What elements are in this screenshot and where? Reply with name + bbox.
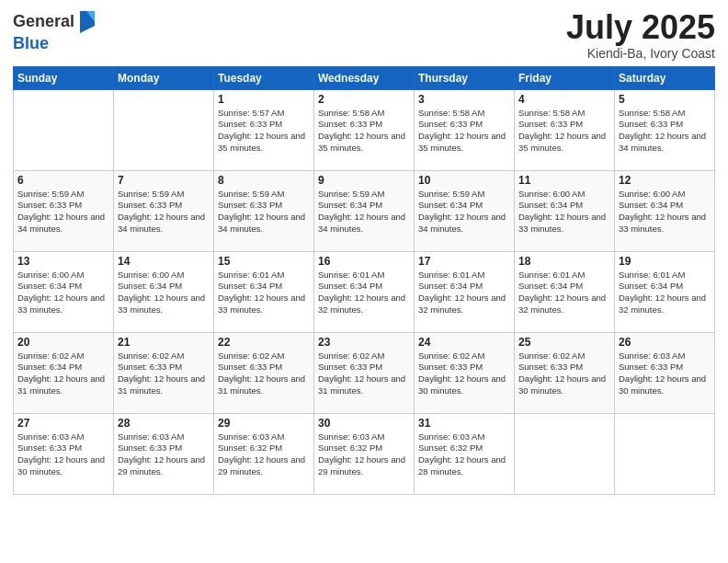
- day-info: Sunrise: 5:59 AM Sunset: 6:33 PM Dayligh…: [17, 189, 109, 236]
- calendar-cell: 22Sunrise: 6:02 AM Sunset: 6:33 PM Dayli…: [214, 332, 314, 413]
- day-number: 11: [518, 174, 610, 187]
- day-number: 5: [619, 93, 711, 106]
- calendar-week-row: 27Sunrise: 6:03 AM Sunset: 6:33 PM Dayli…: [14, 413, 715, 494]
- day-info: Sunrise: 5:59 AM Sunset: 6:34 PM Dayligh…: [318, 189, 410, 236]
- day-info: Sunrise: 5:59 AM Sunset: 6:34 PM Dayligh…: [418, 189, 510, 236]
- day-info: Sunrise: 6:01 AM Sunset: 6:34 PM Dayligh…: [418, 270, 510, 316]
- calendar-cell: 28Sunrise: 6:03 AM Sunset: 6:33 PM Dayli…: [114, 413, 214, 494]
- calendar-week-row: 20Sunrise: 6:02 AM Sunset: 6:34 PM Dayli…: [14, 332, 715, 413]
- calendar-cell: 4Sunrise: 5:58 AM Sunset: 6:33 PM Daylig…: [515, 89, 615, 170]
- calendar-cell: 23Sunrise: 6:02 AM Sunset: 6:33 PM Dayli…: [314, 332, 415, 413]
- day-number: 19: [619, 255, 711, 268]
- logo: General Blue: [13, 9, 97, 53]
- day-info: Sunrise: 6:03 AM Sunset: 6:32 PM Dayligh…: [418, 431, 510, 478]
- calendar-cell: 15Sunrise: 6:01 AM Sunset: 6:34 PM Dayli…: [214, 251, 314, 332]
- calendar-week-row: 1Sunrise: 5:57 AM Sunset: 6:33 PM Daylig…: [14, 89, 715, 170]
- day-info: Sunrise: 6:01 AM Sunset: 6:34 PM Dayligh…: [518, 270, 610, 316]
- day-info: Sunrise: 6:02 AM Sunset: 6:34 PM Dayligh…: [17, 350, 109, 397]
- day-number: 2: [318, 93, 410, 106]
- day-info: Sunrise: 6:02 AM Sunset: 6:33 PM Dayligh…: [118, 350, 210, 397]
- day-info: Sunrise: 6:02 AM Sunset: 6:33 PM Dayligh…: [218, 350, 310, 397]
- calendar-cell: [615, 413, 715, 494]
- day-number: 17: [418, 255, 510, 268]
- day-info: Sunrise: 6:02 AM Sunset: 6:33 PM Dayligh…: [318, 350, 410, 397]
- day-info: Sunrise: 5:58 AM Sunset: 6:33 PM Dayligh…: [518, 108, 610, 155]
- calendar-cell: 21Sunrise: 6:02 AM Sunset: 6:33 PM Dayli…: [114, 332, 214, 413]
- day-number: 20: [17, 336, 109, 349]
- calendar-cell: 29Sunrise: 6:03 AM Sunset: 6:32 PM Dayli…: [214, 413, 314, 494]
- day-number: 29: [218, 417, 310, 430]
- calendar-cell: 10Sunrise: 5:59 AM Sunset: 6:34 PM Dayli…: [415, 170, 515, 251]
- calendar-cell: 5Sunrise: 5:58 AM Sunset: 6:33 PM Daylig…: [615, 89, 715, 170]
- calendar-cell: 8Sunrise: 5:59 AM Sunset: 6:33 PM Daylig…: [214, 170, 314, 251]
- calendar-cell: 20Sunrise: 6:02 AM Sunset: 6:34 PM Dayli…: [14, 332, 114, 413]
- day-number: 24: [418, 336, 510, 349]
- day-of-week-header: Monday: [114, 66, 214, 89]
- page: General Blue July 2025 Kiendi-Ba, Ivory …: [0, 0, 728, 563]
- day-number: 10: [418, 174, 510, 187]
- calendar-cell: 17Sunrise: 6:01 AM Sunset: 6:34 PM Dayli…: [415, 251, 515, 332]
- calendar-week-row: 13Sunrise: 6:00 AM Sunset: 6:34 PM Dayli…: [14, 251, 715, 332]
- calendar-cell: 11Sunrise: 6:00 AM Sunset: 6:34 PM Dayli…: [515, 170, 615, 251]
- calendar-cell: 18Sunrise: 6:01 AM Sunset: 6:34 PM Dayli…: [515, 251, 615, 332]
- day-info: Sunrise: 5:58 AM Sunset: 6:33 PM Dayligh…: [318, 108, 410, 155]
- day-info: Sunrise: 6:00 AM Sunset: 6:34 PM Dayligh…: [619, 189, 711, 236]
- day-number: 1: [218, 93, 310, 106]
- day-number: 12: [619, 174, 711, 187]
- calendar-cell: 9Sunrise: 5:59 AM Sunset: 6:34 PM Daylig…: [314, 170, 415, 251]
- day-number: 15: [218, 255, 310, 268]
- month-title: July 2025: [566, 9, 715, 46]
- day-info: Sunrise: 5:57 AM Sunset: 6:33 PM Dayligh…: [218, 108, 310, 155]
- day-info: Sunrise: 5:59 AM Sunset: 6:33 PM Dayligh…: [218, 189, 310, 236]
- day-of-week-header: Friday: [515, 66, 615, 89]
- logo-blue-text: Blue: [13, 35, 97, 53]
- calendar-cell: 1Sunrise: 5:57 AM Sunset: 6:33 PM Daylig…: [214, 89, 314, 170]
- day-number: 3: [418, 93, 510, 106]
- day-info: Sunrise: 6:01 AM Sunset: 6:34 PM Dayligh…: [318, 270, 410, 316]
- day-number: 6: [17, 174, 109, 187]
- calendar-cell: 3Sunrise: 5:58 AM Sunset: 6:33 PM Daylig…: [415, 89, 515, 170]
- day-info: Sunrise: 6:03 AM Sunset: 6:33 PM Dayligh…: [17, 431, 109, 478]
- day-number: 7: [118, 174, 210, 187]
- calendar-cell: 26Sunrise: 6:03 AM Sunset: 6:33 PM Dayli…: [615, 332, 715, 413]
- day-of-week-header: Wednesday: [314, 66, 415, 89]
- day-number: 23: [318, 336, 410, 349]
- calendar-cell: 30Sunrise: 6:03 AM Sunset: 6:32 PM Dayli…: [314, 413, 415, 494]
- day-number: 14: [118, 255, 210, 268]
- calendar-cell: 31Sunrise: 6:03 AM Sunset: 6:32 PM Dayli…: [415, 413, 515, 494]
- day-number: 4: [518, 93, 610, 106]
- calendar-cell: 7Sunrise: 5:59 AM Sunset: 6:33 PM Daylig…: [114, 170, 214, 251]
- day-info: Sunrise: 6:03 AM Sunset: 6:32 PM Dayligh…: [318, 431, 410, 478]
- day-number: 27: [17, 417, 109, 430]
- day-number: 13: [17, 255, 109, 268]
- day-of-week-header: Saturday: [615, 66, 715, 89]
- day-info: Sunrise: 5:58 AM Sunset: 6:33 PM Dayligh…: [619, 108, 711, 155]
- calendar-cell: 16Sunrise: 6:01 AM Sunset: 6:34 PM Dayli…: [314, 251, 415, 332]
- calendar-week-row: 6Sunrise: 5:59 AM Sunset: 6:33 PM Daylig…: [14, 170, 715, 251]
- day-info: Sunrise: 6:01 AM Sunset: 6:34 PM Dayligh…: [218, 270, 310, 316]
- day-of-week-header: Sunday: [14, 66, 114, 89]
- calendar-cell: 24Sunrise: 6:02 AM Sunset: 6:33 PM Dayli…: [415, 332, 515, 413]
- day-info: Sunrise: 6:03 AM Sunset: 6:33 PM Dayligh…: [118, 431, 210, 478]
- calendar-cell: 13Sunrise: 6:00 AM Sunset: 6:34 PM Dayli…: [14, 251, 114, 332]
- day-info: Sunrise: 6:03 AM Sunset: 6:33 PM Dayligh…: [619, 350, 711, 397]
- day-number: 26: [619, 336, 711, 349]
- day-number: 8: [218, 174, 310, 187]
- day-info: Sunrise: 6:03 AM Sunset: 6:32 PM Dayligh…: [218, 431, 310, 478]
- day-number: 25: [518, 336, 610, 349]
- calendar: SundayMondayTuesdayWednesdayThursdayFrid…: [13, 66, 715, 495]
- calendar-header-row: SundayMondayTuesdayWednesdayThursdayFrid…: [14, 66, 715, 89]
- calendar-cell: 27Sunrise: 6:03 AM Sunset: 6:33 PM Dayli…: [14, 413, 114, 494]
- day-info: Sunrise: 6:00 AM Sunset: 6:34 PM Dayligh…: [518, 189, 610, 236]
- calendar-cell: 14Sunrise: 6:00 AM Sunset: 6:34 PM Dayli…: [114, 251, 214, 332]
- calendar-cell: 2Sunrise: 5:58 AM Sunset: 6:33 PM Daylig…: [314, 89, 415, 170]
- calendar-cell: [14, 89, 114, 170]
- day-number: 31: [418, 417, 510, 430]
- calendar-cell: 12Sunrise: 6:00 AM Sunset: 6:34 PM Dayli…: [615, 170, 715, 251]
- location: Kiendi-Ba, Ivory Coast: [566, 46, 715, 61]
- title-block: July 2025 Kiendi-Ba, Ivory Coast: [566, 9, 715, 61]
- calendar-cell: 25Sunrise: 6:02 AM Sunset: 6:33 PM Dayli…: [515, 332, 615, 413]
- day-number: 18: [518, 255, 610, 268]
- day-number: 30: [318, 417, 410, 430]
- day-info: Sunrise: 6:02 AM Sunset: 6:33 PM Dayligh…: [418, 350, 510, 397]
